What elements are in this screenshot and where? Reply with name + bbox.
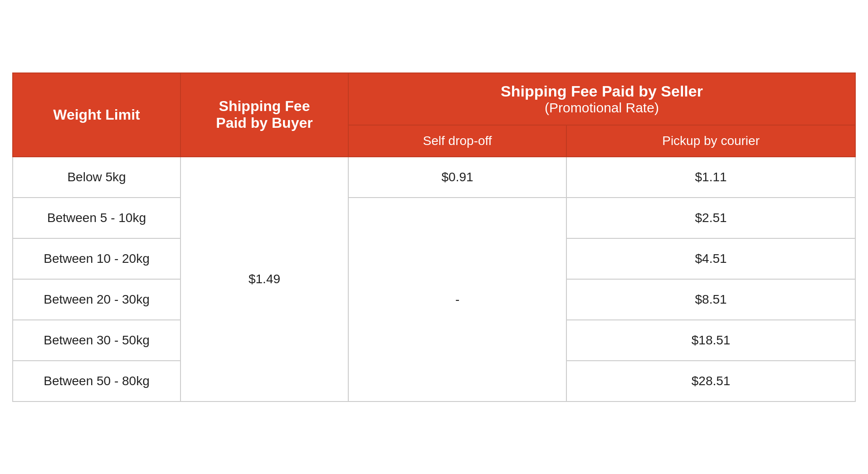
weight-cell: Between 30 - 50kg	[13, 320, 180, 361]
table-row: Below 5kg $1.49 $0.91 $1.11	[13, 157, 855, 198]
courier-cell: $8.51	[566, 279, 855, 320]
courier-cell: $1.11	[566, 157, 855, 198]
col-header-paid-by-buyer: Shipping FeePaid by Buyer	[180, 73, 348, 157]
weight-cell: Between 10 - 20kg	[13, 238, 180, 279]
courier-cell: $18.51	[566, 320, 855, 361]
weight-cell: Between 20 - 30kg	[13, 279, 180, 320]
shipping-fee-table: Weight Limit Shipping FeePaid by Buyer S…	[12, 73, 856, 402]
courier-cell: $2.51	[566, 198, 855, 238]
table-row: Between 5 - 10kg - $2.51	[13, 198, 855, 238]
header-row-1: Weight Limit Shipping FeePaid by Buyer S…	[13, 73, 855, 125]
weight-cell: Between 5 - 10kg	[13, 198, 180, 238]
col-header-paid-by-seller: Shipping Fee Paid by Seller (Promotional…	[348, 73, 855, 125]
buyer-fee-cell: $1.49	[180, 157, 348, 401]
table-wrapper: Weight Limit Shipping FeePaid by Buyer S…	[0, 0, 868, 474]
col-header-weight-limit: Weight Limit	[13, 73, 180, 157]
courier-cell: $28.51	[566, 361, 855, 401]
weight-cell: Between 50 - 80kg	[13, 361, 180, 401]
col-header-pickup-by-courier: Pickup by courier	[566, 125, 855, 157]
col-header-self-drop-off: Self drop-off	[348, 125, 566, 157]
self-drop-cell: $0.91	[348, 157, 566, 198]
courier-cell: $4.51	[566, 238, 855, 279]
self-drop-cell-merged: -	[348, 198, 566, 401]
weight-cell: Below 5kg	[13, 157, 180, 198]
